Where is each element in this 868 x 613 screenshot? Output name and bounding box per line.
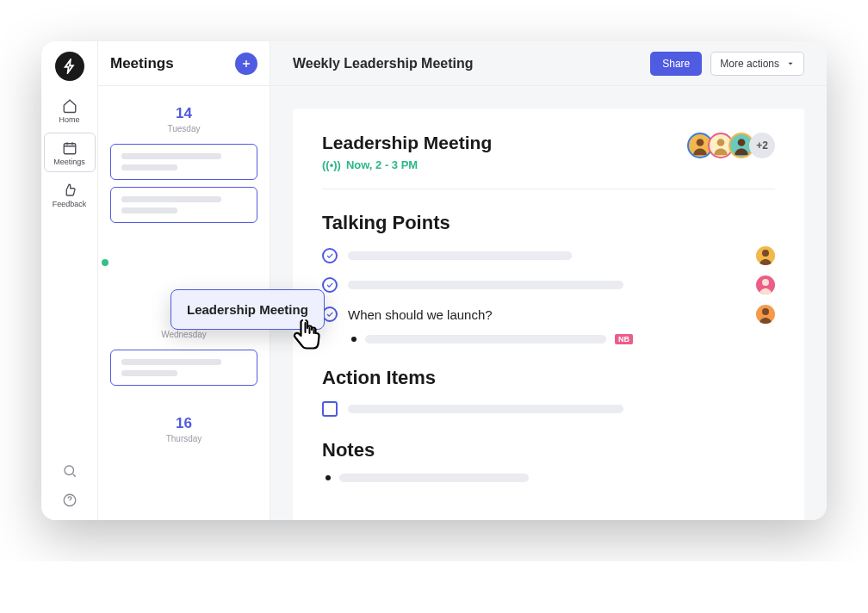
- note-row[interactable]: [326, 474, 775, 482]
- home-icon: [62, 98, 78, 114]
- more-actions-label: More actions: [720, 58, 779, 70]
- sheet-header: Leadership Meeting ((•)) Now, 2 - 3 PM +…: [322, 133, 775, 189]
- rail-bottom: [62, 463, 78, 520]
- avatar[interactable]: [756, 276, 775, 294]
- day-number: 14: [110, 105, 257, 122]
- meetings-column-title: Meetings: [110, 55, 174, 72]
- more-actions-button[interactable]: More actions: [710, 52, 804, 76]
- meetings-column: Meetings 14 Tuesday: [98, 41, 270, 520]
- nav-home-label: Home: [59, 115, 79, 124]
- meeting-card[interactable]: [110, 187, 257, 223]
- talking-points-section: Talking Points When should we launch?: [322, 212, 775, 344]
- main-area: Weekly Leadership Meeting Share More act…: [270, 41, 827, 520]
- check-circle[interactable]: [322, 248, 338, 263]
- person-icon: [756, 246, 775, 265]
- popover-label: Leadership Meeting: [187, 302, 308, 317]
- talking-point-row[interactable]: [322, 246, 775, 265]
- nav-home[interactable]: Home: [44, 91, 96, 129]
- day-group: 14 Tuesday: [110, 86, 257, 285]
- calendar-icon: [62, 140, 78, 156]
- day-name: Thursday: [110, 434, 257, 443]
- plus-icon: [240, 58, 252, 70]
- content-scroll[interactable]: Leadership Meeting ((•)) Now, 2 - 3 PM +…: [270, 86, 827, 520]
- attendee-avatars[interactable]: +2: [687, 133, 775, 158]
- day-name: Wednesday: [110, 330, 257, 339]
- talking-point-row[interactable]: When should we launch?: [322, 305, 775, 324]
- meeting-title: Leadership Meeting: [322, 133, 492, 153]
- section-heading: Notes: [322, 439, 775, 461]
- section-heading: Talking Points: [322, 212, 775, 234]
- initials-badge: NB: [615, 334, 633, 344]
- person-icon: [756, 276, 775, 294]
- day-group: 16 Thursday: [110, 386, 257, 443]
- svg-point-7: [762, 279, 769, 286]
- pointer-cursor-icon: [291, 317, 326, 355]
- thumbs-up-icon: [62, 183, 78, 198]
- topbar: Weekly Leadership Meeting Share More act…: [270, 41, 827, 86]
- checkbox[interactable]: [322, 401, 338, 417]
- meeting-sheet: Leadership Meeting ((•)) Now, 2 - 3 PM +…: [293, 108, 804, 520]
- svg-point-8: [762, 308, 769, 315]
- nav-meetings-label: Meetings: [53, 158, 85, 166]
- add-meeting-button[interactable]: [235, 53, 257, 75]
- check-circle[interactable]: [322, 277, 338, 293]
- nav-meetings[interactable]: Meetings: [44, 133, 96, 172]
- now-indicator: [102, 259, 108, 266]
- svg-rect-0: [64, 144, 76, 154]
- topbar-actions: Share More actions: [650, 52, 804, 76]
- chevron-down-icon: [786, 59, 795, 68]
- notes-section: Notes: [322, 439, 775, 482]
- svg-point-1: [65, 466, 74, 475]
- svg-point-5: [738, 139, 746, 146]
- day-name: Tuesday: [110, 124, 257, 133]
- person-icon: [756, 305, 775, 324]
- talking-point-text: When should we launch?: [348, 307, 493, 322]
- nav-feedback-label: Feedback: [53, 200, 87, 208]
- check-icon: [326, 281, 334, 289]
- action-items-section: Action Items: [322, 367, 775, 417]
- action-item-row[interactable]: [322, 401, 775, 417]
- page-title: Weekly Leadership Meeting: [293, 56, 474, 71]
- meeting-live-status: ((•)) Now, 2 - 3 PM: [322, 158, 492, 171]
- svg-point-3: [697, 139, 704, 146]
- meeting-card[interactable]: [110, 144, 257, 180]
- meeting-time: Now, 2 - 3 PM: [346, 158, 418, 171]
- share-button[interactable]: Share: [650, 52, 702, 76]
- day-number: 16: [110, 415, 257, 432]
- svg-point-6: [762, 250, 769, 257]
- broadcast-icon: ((•)): [322, 158, 341, 171]
- nav-rail: Home Meetings Feedback: [41, 41, 98, 520]
- bullet-icon: [326, 475, 331, 480]
- svg-point-4: [717, 139, 725, 146]
- app-logo[interactable]: [55, 52, 84, 81]
- nav-feedback[interactable]: Feedback: [44, 176, 96, 214]
- avatar[interactable]: [756, 246, 775, 265]
- app-window: Home Meetings Feedback Meetings 14 Tuesd…: [41, 41, 827, 520]
- check-icon: [326, 251, 334, 260]
- section-heading: Action Items: [322, 367, 775, 389]
- talking-point-row[interactable]: [322, 276, 775, 294]
- meeting-card[interactable]: [110, 350, 257, 386]
- lightning-icon: [62, 59, 78, 74]
- check-icon: [326, 310, 334, 319]
- avatar-overflow[interactable]: +2: [749, 133, 775, 158]
- bullet-icon: [351, 337, 356, 342]
- meetings-column-header: Meetings: [98, 41, 270, 86]
- search-icon[interactable]: [62, 463, 78, 479]
- avatar[interactable]: [756, 305, 775, 324]
- help-icon[interactable]: [62, 492, 78, 508]
- talking-point-subitem[interactable]: NB: [351, 334, 775, 344]
